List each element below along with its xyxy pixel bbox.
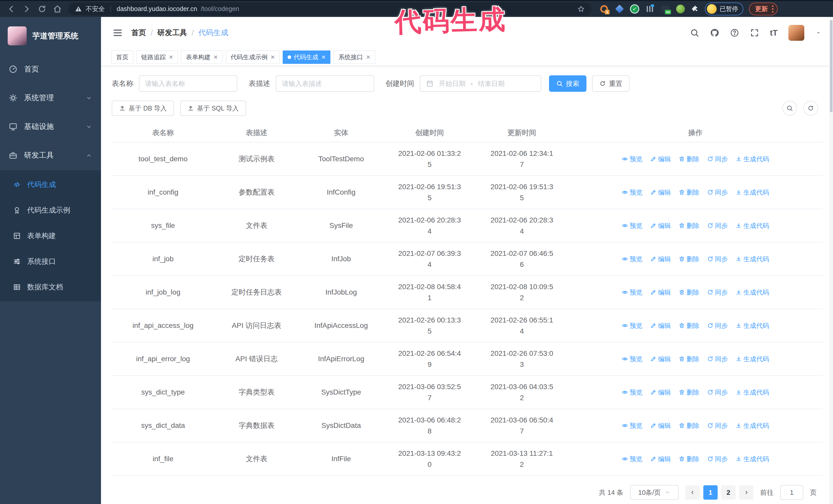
action-preview[interactable]: 预览 (622, 254, 643, 264)
action-edit[interactable]: 编辑 (650, 387, 671, 398)
action-delete[interactable]: 删除 (679, 221, 699, 231)
action-edit[interactable]: 编辑 (650, 287, 671, 297)
search-button[interactable]: 搜索 (549, 75, 587, 92)
action-sync[interactable]: 同步 (707, 321, 728, 331)
action-preview[interactable]: 预览 (622, 187, 643, 197)
tab-close-icon[interactable]: × (366, 54, 370, 61)
tab-close-icon[interactable]: × (214, 54, 218, 61)
action-delete[interactable]: 删除 (679, 254, 699, 264)
fullscreen-icon[interactable] (750, 28, 759, 38)
page-button-1[interactable]: 1 (703, 485, 718, 500)
browser-menu-icon[interactable] (772, 5, 774, 13)
action-sync[interactable]: 同步 (707, 187, 728, 197)
browser-profile-badge[interactable]: 已暂停 (705, 3, 743, 16)
chevron-down-icon[interactable] (815, 29, 822, 36)
action-delete[interactable]: 删除 (679, 321, 699, 331)
import-sql-button[interactable]: 基于 SQL 导入 (180, 100, 246, 116)
browser-reload-icon[interactable] (38, 4, 47, 14)
browser-forward-icon[interactable] (22, 4, 31, 14)
page-size-select[interactable]: 10条/页 (630, 485, 679, 500)
tab-close-icon[interactable]: × (169, 54, 173, 61)
action-generate-code[interactable]: 生成代码 (736, 287, 769, 297)
extensions-puzzle-icon[interactable] (691, 5, 699, 13)
user-avatar[interactable] (788, 25, 804, 41)
extension-check-icon[interactable]: ✓ (630, 4, 639, 14)
action-generate-code[interactable]: 生成代码 (736, 154, 769, 164)
sidebar-item-1[interactable]: 首页 (0, 55, 101, 83)
date-range-picker[interactable]: 开始日期 - 结束日期 (420, 75, 541, 92)
action-sync[interactable]: 同步 (707, 421, 728, 431)
action-delete[interactable]: 删除 (679, 154, 699, 164)
sidebar-subitem-4[interactable]: 系统接口 (0, 249, 101, 274)
sidebar-logo[interactable]: 芋道管理系统 (0, 17, 101, 55)
sidebar-subitem-5[interactable]: 数据库文档 (0, 274, 101, 300)
action-sync[interactable]: 同步 (707, 287, 728, 297)
action-generate-code[interactable]: 生成代码 (736, 454, 769, 464)
import-db-button[interactable]: 基于 DB 导入 (112, 100, 174, 116)
tab-close-icon[interactable]: × (322, 54, 326, 61)
action-delete[interactable]: 删除 (679, 387, 699, 398)
tab-close-icon[interactable]: × (271, 54, 275, 61)
sidebar-subitem-2[interactable]: 代码生成示例 (0, 197, 101, 223)
action-preview[interactable]: 预览 (622, 387, 643, 398)
browser-update-button[interactable]: 更新 (749, 3, 778, 16)
sidebar-item-3[interactable]: 基础设施 (0, 112, 101, 141)
breadcrumb-item[interactable]: 研发工具 (158, 28, 187, 38)
action-edit[interactable]: 编辑 (650, 187, 671, 197)
action-preview[interactable]: 预览 (622, 421, 643, 431)
scrollbar-thumb[interactable] (830, 20, 832, 112)
tab-5[interactable]: 代码生成× (283, 50, 330, 64)
sidebar-item-4[interactable]: 研发工具 (0, 141, 101, 170)
sidebar-subitem-1[interactable]: 代码生成 (0, 172, 101, 197)
extension-frog-icon[interactable] (675, 4, 685, 14)
action-generate-code[interactable]: 生成代码 (736, 254, 769, 264)
breadcrumb-item[interactable]: 首页 (131, 28, 146, 38)
refresh-table-button[interactable] (803, 101, 818, 116)
action-edit[interactable]: 编辑 (650, 421, 671, 431)
sidebar-item-2[interactable]: 系统管理 (0, 83, 101, 112)
hamburger-icon[interactable] (112, 27, 123, 38)
tab-1[interactable]: 首页 (111, 50, 133, 64)
extension-on-icon[interactable]: on (660, 4, 670, 14)
action-edit[interactable]: 编辑 (650, 321, 671, 331)
page-scrollbar[interactable] (829, 17, 833, 504)
action-edit[interactable]: 编辑 (650, 354, 671, 364)
next-page-button[interactable] (739, 485, 754, 500)
tab-3[interactable]: 表单构建× (181, 50, 222, 64)
github-icon[interactable] (710, 28, 719, 38)
action-edit[interactable]: 编辑 (650, 254, 671, 264)
browser-home-icon[interactable] (53, 4, 62, 14)
action-preview[interactable]: 预览 (622, 454, 643, 464)
action-generate-code[interactable]: 生成代码 (736, 354, 769, 364)
action-edit[interactable]: 编辑 (650, 154, 671, 164)
extension-gem-icon[interactable] (615, 4, 624, 14)
action-edit[interactable]: 编辑 (650, 221, 671, 231)
action-generate-code[interactable]: 生成代码 (736, 321, 769, 331)
search-icon[interactable] (690, 28, 699, 38)
toggle-search-button[interactable] (782, 101, 797, 116)
action-generate-code[interactable]: 生成代码 (736, 221, 769, 231)
action-sync[interactable]: 同步 (707, 354, 728, 364)
font-size-icon[interactable]: tT (770, 28, 778, 38)
action-preview[interactable]: 预览 (622, 354, 643, 364)
table-name-input[interactable] (139, 75, 237, 92)
extension-sliders-icon[interactable] (645, 4, 654, 14)
table-desc-input[interactable] (276, 75, 374, 92)
action-preview[interactable]: 预览 (622, 221, 643, 231)
action-preview[interactable]: 预览 (622, 287, 643, 297)
action-sync[interactable]: 同步 (707, 387, 728, 398)
action-sync[interactable]: 同步 (707, 154, 728, 164)
action-delete[interactable]: 删除 (679, 287, 699, 297)
action-delete[interactable]: 删除 (679, 454, 699, 464)
action-sync[interactable]: 同步 (707, 221, 728, 231)
action-edit[interactable]: 编辑 (650, 454, 671, 464)
help-icon[interactable] (730, 28, 739, 38)
action-sync[interactable]: 同步 (707, 254, 728, 264)
action-generate-code[interactable]: 生成代码 (736, 421, 769, 431)
browser-back-icon[interactable] (7, 4, 16, 14)
action-delete[interactable]: 删除 (679, 187, 699, 197)
reset-button[interactable]: 重置 (592, 75, 629, 92)
action-delete[interactable]: 删除 (679, 421, 699, 431)
tab-6[interactable]: 系统接口× (333, 50, 375, 64)
extension-orange-icon[interactable]: 1 (599, 4, 609, 14)
